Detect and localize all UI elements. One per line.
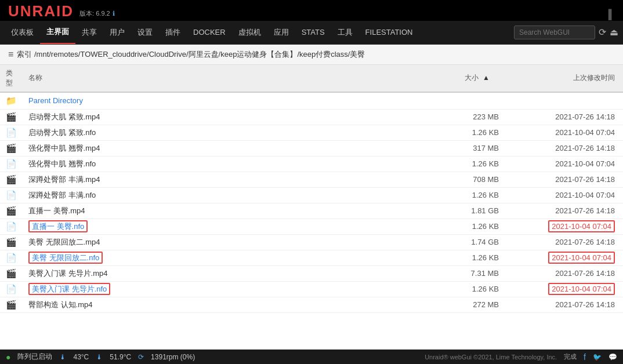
file-type-icon-cell: 📄 [0, 125, 23, 140]
nav-item-tools[interactable]: 工具 [331, 21, 359, 43]
highlighted-filename[interactable]: 直播一 美臀.nfo [28, 220, 88, 232]
logout-icon[interactable]: ⏏ [610, 27, 618, 38]
video-icon: 🎬 [6, 268, 17, 278]
nav-item-share[interactable]: 共享 [75, 21, 103, 43]
file-size-cell: 1.26 KB [414, 125, 507, 140]
table-row: 🎬 美臀入门课 先导片.mp4 7.31 MB 2021-07-26 14:18 [0, 265, 623, 281]
file-size-cell: 1.26 KB [414, 250, 507, 265]
file-name-cell[interactable]: 启动臀大肌 紧致.mp4 [23, 109, 414, 125]
video-icon: 🎬 [6, 143, 17, 153]
file-name-cell[interactable]: 美臀 无限回放二.mp4 [23, 234, 414, 250]
file-type-icon-cell: 🎬 [0, 172, 23, 187]
nfo-icon: 📄 [6, 221, 17, 231]
col-name-header[interactable]: 名称 [23, 65, 414, 92]
highlighted-filename[interactable]: 美臀 无限回放二.nfo [28, 252, 103, 264]
file-name-cell[interactable]: 强化臀中肌 翘臀.nfo [23, 156, 414, 172]
file-type-icon-cell: 🎬 [0, 234, 23, 250]
col-type-header[interactable]: 类型 [0, 65, 23, 92]
file-date-cell: 2021-07-26 14:18 [507, 109, 623, 125]
nav-item-docker[interactable]: DOCKER [187, 22, 232, 42]
folder-icon: 📁 [6, 96, 17, 105]
nav-item-apps[interactable]: 应用 [267, 21, 295, 43]
breadcrumb-path: 索引 /mnt/remotes/TOWER_clouddrive/CloudDr… [17, 49, 365, 60]
table-row: 📄 启动臀大肌 紧致.nfo 1.26 KB 2021-10-04 07:04 [0, 125, 623, 140]
file-name-cell[interactable]: 美臀 无限回放二.nfo [23, 250, 414, 265]
file-type-icon-cell: 🎬 [0, 140, 23, 156]
file-name-cell[interactable]: 深蹲处臀部 丰满.nfo [23, 187, 414, 203]
video-icon: 🎬 [6, 206, 17, 216]
scroll-right-indicator: ▌ [608, 9, 615, 20]
file-date-cell [507, 92, 623, 110]
table-row: 📁 Parent Directory [0, 92, 623, 110]
nav-item-plugins[interactable]: 插件 [159, 21, 187, 43]
table-row: 📄 美臀入门课 先导片.nfo 1.26 KB 2021-10-04 07:04 [0, 281, 623, 297]
table-row: 🎬 美臀 无限回放二.mp4 1.74 GB 2021-07-26 14:18 [0, 234, 623, 250]
file-name-cell[interactable]: 美臀入门课 先导片.mp4 [23, 265, 414, 281]
col-size-header[interactable]: 大小 ▲ [414, 65, 507, 92]
file-date-cell: 2021-07-26 14:18 [507, 140, 623, 156]
breadcrumb-icon: ≡ [8, 49, 13, 60]
nav-item-settings[interactable]: 设置 [131, 21, 159, 43]
file-date-cell: 2021-10-04 07:04 [507, 156, 623, 172]
sort-arrow-icon: ▲ [483, 74, 490, 82]
search-input[interactable] [514, 26, 595, 39]
version-area: 版本: 6.9.2 ℹ [79, 9, 115, 18]
nfo-icon: 📄 [6, 128, 17, 137]
file-type-icon-cell: 📄 [0, 250, 23, 265]
col-date-header[interactable]: 上次修改时间 [507, 65, 623, 92]
file-date-cell: 2021-10-04 07:04 [507, 250, 623, 265]
file-date-cell: 2021-07-26 14:18 [507, 203, 623, 219]
refresh-icon[interactable]: ⟳ [599, 27, 606, 38]
file-name-cell[interactable]: 强化臀中肌 翘臀.mp4 [23, 140, 414, 156]
file-size-cell: 708 MB [414, 172, 507, 187]
file-size-cell: 1.26 KB [414, 281, 507, 297]
video-icon: 🎬 [6, 300, 17, 310]
video-icon: 🎬 [6, 112, 17, 122]
file-size-cell: 272 MB [414, 297, 507, 312]
file-name-cell[interactable]: 直播一 美臀.mp4 [23, 203, 414, 219]
nav-item-stats[interactable]: STATS [295, 22, 331, 42]
col-size-label: 大小 [465, 74, 479, 82]
file-name-cell[interactable]: 臀部构造 认知.mp4 [23, 297, 414, 312]
file-size-cell: 317 MB [414, 140, 507, 156]
file-name-cell[interactable]: 美臀入门课 先导片.nfo [23, 281, 414, 297]
file-size-cell: 1.74 GB [414, 234, 507, 250]
nfo-icon: 📄 [6, 253, 17, 263]
file-type-icon-cell: 🎬 [0, 203, 23, 219]
file-name-cell[interactable]: 深蹲处臀部 丰满.mp4 [23, 172, 414, 187]
file-size-cell: 1.26 KB [414, 219, 507, 234]
version-info-icon[interactable]: ℹ [113, 10, 115, 17]
highlighted-date: 2021-10-04 07:04 [548, 220, 615, 232]
highlighted-date: 2021-10-04 07:04 [548, 283, 615, 295]
nfo-icon: 📄 [6, 284, 17, 294]
file-name-cell[interactable]: 直播一 美臀.nfo [23, 219, 414, 234]
file-date-cell: 2021-07-26 14:18 [507, 234, 623, 250]
table-wrapper: 类型 名称 大小 ▲ 上次修改时间 📁 Parent Directory [0, 65, 623, 329]
file-name-cell: Parent Directory [23, 92, 414, 110]
file-size-cell: 1.26 KB [414, 187, 507, 203]
table-row: 🎬 直播一 美臀.mp4 1.81 GB 2021-07-26 14:18 [0, 203, 623, 219]
top-header: UNRAID 版本: 6.9.2 ℹ ▌ [0, 0, 623, 21]
nav-item-dashboard[interactable]: 仪表板 [5, 21, 40, 43]
nav-item-users[interactable]: 用户 [103, 21, 131, 43]
table-row: 📄 深蹲处臀部 丰满.nfo 1.26 KB 2021-10-04 07:04 [0, 187, 623, 203]
logo: UNRAID [8, 3, 74, 20]
parent-directory-link[interactable]: Parent Directory [28, 96, 83, 105]
highlighted-filename[interactable]: 美臀入门课 先导片.nfo [28, 283, 110, 295]
nfo-icon: 📄 [6, 190, 17, 200]
file-type-icon-cell: 📁 [0, 92, 23, 110]
table-row: 📄 直播一 美臀.nfo 1.26 KB 2021-10-04 07:04 [0, 219, 623, 234]
nav-item-filestation[interactable]: FILESTATION [359, 22, 419, 42]
file-size-cell: 1.26 KB [414, 156, 507, 172]
nav-item-main[interactable]: 主界面 [40, 21, 75, 44]
table-row: 📄 美臀 无限回放二.nfo 1.26 KB 2021-10-04 07:04 [0, 250, 623, 265]
nav-item-vm[interactable]: 虚拟机 [232, 21, 267, 43]
file-type-icon-cell: 📄 [0, 187, 23, 203]
file-date-cell: 2021-07-26 14:18 [507, 172, 623, 187]
file-type-icon-cell: 📄 [0, 219, 23, 234]
video-icon: 🎬 [6, 174, 17, 184]
nav-bar: 仪表板 主界面 共享 用户 设置 插件 DOCKER 虚拟机 应用 STATS … [0, 21, 623, 45]
file-date-cell: 2021-10-04 07:04 [507, 281, 623, 297]
file-name-cell[interactable]: 启动臀大肌 紧致.nfo [23, 125, 414, 140]
file-date-cell: 2021-10-04 07:04 [507, 187, 623, 203]
